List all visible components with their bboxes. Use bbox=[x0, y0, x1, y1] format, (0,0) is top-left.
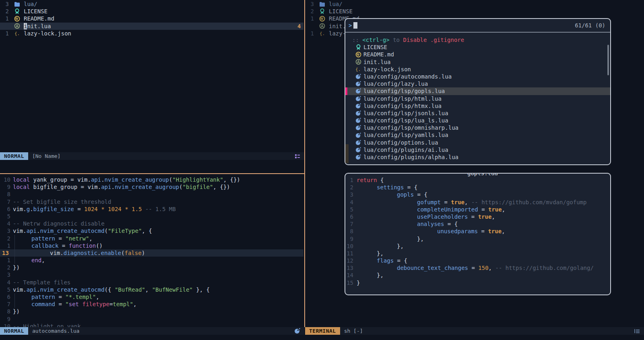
code-segment: -- 1.5 MB bbox=[142, 205, 175, 213]
code-segment: , bbox=[502, 228, 505, 235]
code-segment: . bbox=[37, 286, 40, 293]
explorer-file-row[interactable]: 1{..}lazy-lock.json bbox=[0, 30, 303, 37]
result-item[interactable]: lua/config/lsp/htmx.lua bbox=[345, 102, 610, 110]
license-icon bbox=[14, 8, 21, 15]
code-segment: . bbox=[97, 249, 101, 257]
code-line[interactable]: 3 bbox=[0, 271, 303, 278]
selection-caret bbox=[345, 87, 347, 95]
result-item[interactable]: lua/config/lsp/gopls.lua bbox=[345, 87, 610, 95]
code-line[interactable]: 4-- Netrw diagnostic disable bbox=[0, 220, 303, 227]
code-line[interactable]: 7analyses = { bbox=[345, 220, 609, 228]
code-line-body: -- Set bigfile size threshold bbox=[13, 198, 111, 205]
explorer-file-row[interactable]: 4init.lua bbox=[0, 23, 303, 30]
code-segment: "BufNewFile" bbox=[152, 286, 193, 293]
code-segment: "*.templ" bbox=[65, 293, 96, 301]
code-line[interactable]: 2pattern = "netrw", bbox=[0, 235, 303, 242]
code-line[interactable]: 5vim.api.nvim_create_autocmd({ "BufRead"… bbox=[0, 286, 303, 293]
code-line[interactable]: 2}) bbox=[0, 264, 303, 271]
line-number: 14 bbox=[345, 272, 353, 279]
code-line[interactable]: 6vim.g.bigfile_size = 1024 * 1024 * 1.5 … bbox=[0, 205, 303, 213]
explorer-file-row[interactable]: 1README.md bbox=[0, 15, 303, 22]
code-segment: , { bbox=[142, 227, 152, 234]
code-segment: . bbox=[101, 176, 104, 183]
code-line[interactable]: 4-- Template files bbox=[0, 279, 303, 286]
code-line[interactable]: 15} bbox=[345, 279, 609, 286]
code-line[interactable]: 14}, bbox=[345, 272, 609, 279]
code-line[interactable]: 1return { bbox=[345, 176, 609, 184]
window-separator-horizontal[interactable] bbox=[0, 173, 304, 174]
window-separator-vertical[interactable] bbox=[304, 0, 305, 327]
code-line[interactable]: 6pattern = "*.templ", bbox=[0, 293, 303, 301]
result-item[interactable]: lua/config/options.lua bbox=[345, 139, 610, 146]
line-number: 1 bbox=[0, 242, 10, 249]
result-item[interactable]: init.lua bbox=[345, 58, 610, 66]
code-line[interactable]: 9}, bbox=[345, 235, 609, 243]
code-line[interactable]: 6usePlaceholders = true, bbox=[345, 213, 609, 220]
mode-badge: TERMINAL bbox=[305, 327, 340, 335]
code-segment: ( bbox=[169, 176, 172, 183]
code-line-body: analyses = { bbox=[357, 220, 458, 228]
result-file-name: lua/config/lsp/yamlls.lua bbox=[363, 131, 448, 139]
mode-badge: NORMAL bbox=[0, 327, 28, 335]
result-item[interactable]: README.md bbox=[345, 51, 610, 58]
result-item[interactable]: lua/config/lsp/yamlls.lua bbox=[345, 131, 610, 139]
code-line[interactable]: 5completeUnimported = true, bbox=[345, 206, 609, 213]
explorer-dir-row[interactable]: 3lua/ bbox=[0, 0, 303, 8]
code-line[interactable]: 2settings = { bbox=[345, 184, 609, 191]
readme-icon bbox=[14, 16, 21, 22]
explorer-file-row[interactable]: 2LICENSE bbox=[305, 8, 643, 15]
explorer-file-row[interactable]: 2LICENSE bbox=[0, 8, 303, 15]
code-line[interactable]: 1callback = function() bbox=[0, 242, 303, 249]
result-item[interactable]: lua/config/lsp/omnisharp.lua bbox=[345, 124, 610, 131]
line-number: 5 bbox=[345, 206, 353, 213]
code-line[interactable]: 12flags = { bbox=[345, 257, 609, 264]
code-line[interactable]: 13vim.diagnostic.enable(false) bbox=[0, 249, 303, 257]
code-line[interactable]: 9local bigfile_group = vim.api.nvim_crea… bbox=[0, 183, 303, 191]
code-line[interactable]: 3vim.api.nvim_create_autocmd("FileType",… bbox=[0, 227, 303, 234]
result-item[interactable]: lua/config/plugins/alpha.lua bbox=[345, 153, 610, 161]
code-line-body: }) bbox=[13, 308, 20, 315]
autocommands-code-pane: 10local yank_group = vim.api.nvim_create… bbox=[0, 176, 303, 330]
code-line[interactable]: 5 bbox=[0, 213, 303, 220]
code-segment: -- https://github.com/golang/ bbox=[495, 264, 593, 272]
result-item[interactable]: {..}lazy-lock.json bbox=[345, 66, 610, 73]
result-item[interactable]: lua/config/autocomands.lua bbox=[345, 73, 610, 80]
code-segment: bigfile_size bbox=[33, 205, 74, 213]
telescope-prompt[interactable]: > 61/61 (0) bbox=[345, 19, 610, 33]
code-line[interactable]: 7-- Set bigfile size threshold bbox=[0, 198, 303, 205]
code-line[interactable]: 7command = "set filetype=templ", bbox=[0, 301, 303, 308]
result-item[interactable]: lua/config/lsp/lua_ls.lua bbox=[345, 117, 610, 124]
code-line[interactable]: 10}, bbox=[345, 243, 609, 250]
explorer-dir-row[interactable]: 3lua/ bbox=[305, 0, 643, 8]
file-name: README.md bbox=[24, 15, 54, 22]
code-line[interactable]: 8unusedparams = true, bbox=[345, 228, 609, 235]
results-scrollbar[interactable] bbox=[607, 45, 609, 75]
neovim-screen: 3lua/2LICENSE1README.md4init.lua1{..}laz… bbox=[0, 0, 644, 340]
vim-icon bbox=[355, 59, 361, 65]
code-line-body: vim.diagnostic.enable(false) bbox=[14, 249, 145, 257]
code-line-body: usePlaceholders = true, bbox=[357, 213, 495, 220]
code-line[interactable]: 11}, bbox=[345, 250, 609, 257]
code-line-body: unusedparams = true, bbox=[357, 228, 505, 235]
code-segment: , bbox=[96, 293, 99, 301]
code-segment: " bbox=[65, 301, 68, 308]
result-item[interactable]: lua/config/plugins/ai.lua bbox=[345, 146, 610, 153]
code-line[interactable]: 8}) bbox=[0, 308, 303, 315]
code-line[interactable]: 9 bbox=[0, 315, 303, 323]
code-segment: :: bbox=[352, 37, 362, 43]
code-line[interactable]: 3gopls = { bbox=[345, 191, 609, 198]
code-line[interactable]: 8 bbox=[0, 191, 303, 198]
code-line-body: vim.g.bigfile_size = 1024 * 1024 * 1.5 -… bbox=[13, 205, 176, 213]
result-item[interactable]: lua/config/lsp/html.lua bbox=[345, 95, 610, 102]
line-number: 2 bbox=[305, 8, 314, 15]
result-item[interactable]: lua/config/lazy.lua bbox=[345, 80, 610, 87]
code-segment: api bbox=[91, 176, 101, 183]
code-line[interactable]: 1end, bbox=[0, 257, 303, 264]
lua-icon bbox=[355, 147, 361, 153]
result-item[interactable]: lua/config/lsp/jsonls.lua bbox=[345, 110, 610, 117]
code-line[interactable]: 4gofumpt = true, -- https://github.com/m… bbox=[345, 199, 609, 206]
code-line[interactable]: 13debounce_text_changes = 150, -- https:… bbox=[345, 264, 609, 272]
code-line[interactable]: 10local yank_group = vim.api.nvim_create… bbox=[0, 176, 303, 183]
code-segment: = bbox=[55, 301, 65, 308]
result-item[interactable]: LICENSE bbox=[345, 44, 610, 51]
